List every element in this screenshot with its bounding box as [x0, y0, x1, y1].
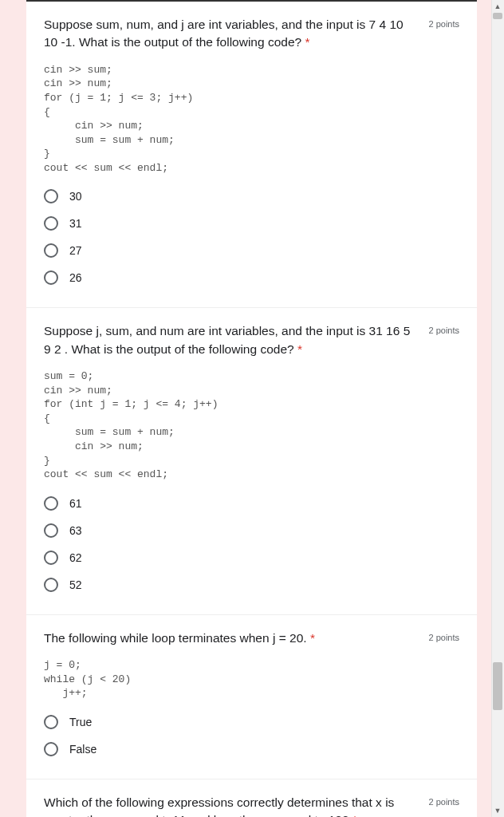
option-label: 61	[69, 497, 82, 510]
radio-option[interactable]: False	[44, 736, 459, 763]
option-label: 62	[69, 551, 82, 564]
option-label: 52	[69, 578, 82, 591]
radio-option[interactable]: 31	[44, 210, 459, 237]
option-label: True	[69, 716, 92, 728]
code-block: cin >> sum; cin >> num; for (j = 1; j <=…	[44, 63, 459, 175]
points-label: 2 points	[428, 322, 459, 335]
scroll-thumb[interactable]	[493, 662, 502, 710]
option-label: False	[69, 743, 96, 756]
question-block: Suppose j, sum, and num are int variable…	[26, 308, 477, 614]
required-marker: *	[352, 813, 357, 817]
question-text: Suppose j, sum, and num are int variable…	[44, 322, 419, 358]
option-group: True False	[44, 708, 459, 763]
question-text: The following while loop terminates when…	[44, 630, 419, 647]
radio-icon	[44, 715, 58, 729]
scrollbar[interactable]: ▲ ▼	[491, 0, 504, 817]
question-block: Which of the following expressions corre…	[26, 780, 477, 817]
radio-option[interactable]: 61	[44, 490, 459, 517]
question-block: The following while loop terminates when…	[26, 615, 477, 780]
scroll-down-icon[interactable]: ▼	[491, 804, 504, 817]
option-label: 26	[69, 271, 82, 284]
option-label: 63	[69, 524, 82, 537]
option-label: 31	[69, 217, 82, 230]
radio-option[interactable]: True	[44, 708, 459, 736]
option-label: 30	[69, 190, 82, 203]
required-marker: *	[305, 35, 309, 49]
radio-icon	[44, 270, 58, 285]
required-marker: *	[297, 342, 302, 356]
scroll-thumb[interactable]	[493, 13, 502, 19]
points-label: 2 points	[428, 630, 459, 642]
code-block: j = 0; while (j < 20) j++;	[44, 658, 459, 701]
radio-icon	[44, 742, 58, 756]
question-text: Suppose sum, num, and j are int variable…	[44, 16, 419, 52]
option-label: 27	[69, 244, 82, 257]
option-group: 61 63 62 52	[44, 490, 459, 598]
option-group: 30 31 27 26	[44, 183, 459, 291]
radio-icon	[44, 551, 58, 565]
question-text: Which of the following expressions corre…	[44, 794, 419, 817]
radio-icon	[44, 216, 58, 231]
radio-icon	[44, 189, 58, 203]
points-label: 2 points	[428, 16, 459, 29]
radio-option[interactable]: 52	[44, 571, 459, 598]
radio-icon	[44, 496, 58, 511]
required-marker: *	[310, 631, 315, 645]
radio-icon	[44, 578, 58, 592]
question-block: Suppose sum, num, and j are int variable…	[26, 2, 477, 308]
points-label: 2 points	[428, 794, 459, 807]
radio-option[interactable]: 63	[44, 517, 459, 544]
radio-option[interactable]: 26	[44, 264, 459, 291]
radio-option[interactable]: 30	[44, 183, 459, 210]
radio-option[interactable]: 62	[44, 544, 459, 571]
scroll-up-icon[interactable]: ▲	[491, 0, 504, 13]
form-page: Suppose sum, num, and j are int variable…	[26, 2, 477, 817]
code-block: sum = 0; cin >> num; for (int j = 1; j <…	[44, 369, 459, 481]
radio-icon	[44, 243, 58, 258]
radio-icon	[44, 523, 58, 538]
radio-option[interactable]: 27	[44, 237, 459, 264]
